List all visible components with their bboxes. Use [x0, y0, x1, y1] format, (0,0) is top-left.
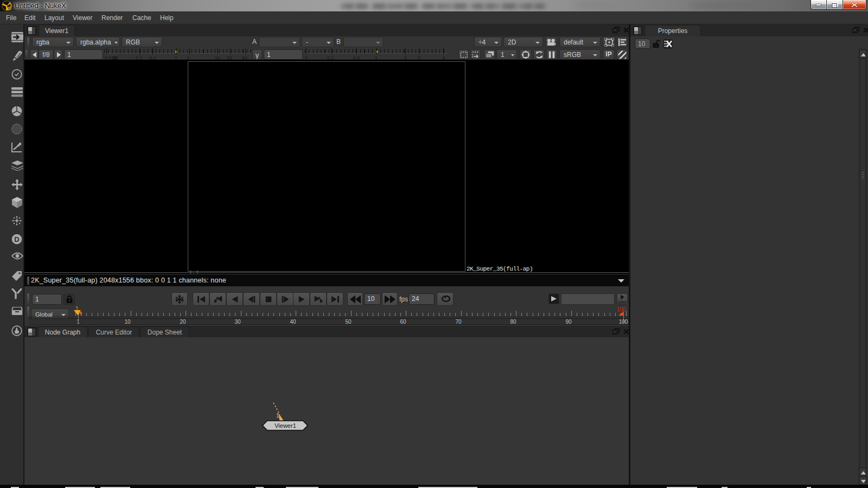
- svg-text:1: 1: [276, 413, 279, 419]
- svg-text:D: D: [14, 235, 19, 243]
- svg-text:Viewer1: Viewer1: [275, 422, 296, 429]
